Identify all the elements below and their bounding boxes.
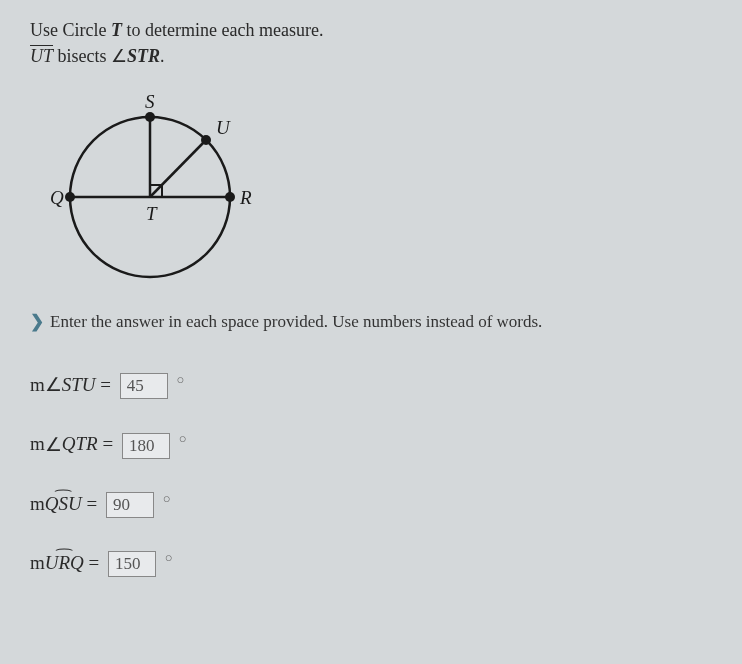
chevron-icon: ❯ xyxy=(30,312,44,331)
answer-label: mQTR xyxy=(30,434,102,455)
angle-vars: STR xyxy=(127,46,160,66)
label-u: U xyxy=(216,117,231,138)
answer-row-stu: mSTU = ○ xyxy=(30,372,712,399)
answer-row-qtr: mQTR = ○ xyxy=(30,431,712,458)
answer-row-urq: mURQ = ○ xyxy=(30,550,712,577)
text: bisects xyxy=(53,46,111,66)
point-q xyxy=(65,192,75,202)
answer-label: mSTU xyxy=(30,374,100,395)
line-tu xyxy=(150,140,206,197)
diagram-svg: S U Q R T xyxy=(40,82,280,292)
point-u xyxy=(201,135,211,145)
text: . xyxy=(160,46,165,66)
angle-vars: STU xyxy=(62,374,96,395)
instruction-line-1: Use Circle T to determine each measure. xyxy=(30,20,712,41)
answer-row-qsu: mQSU = ○ xyxy=(30,491,712,518)
degree-symbol: ○ xyxy=(165,550,173,565)
arc-vars: URQ xyxy=(45,552,84,574)
prompt-line: ❯Enter the answer in each space provided… xyxy=(30,311,712,332)
m-prefix: m xyxy=(30,552,45,573)
text: Use Circle xyxy=(30,20,111,40)
text: to determine each measure. xyxy=(122,20,323,40)
m-prefix: m xyxy=(30,434,45,455)
point-r xyxy=(225,192,235,202)
m-prefix: m xyxy=(30,374,45,395)
label-r: R xyxy=(239,187,252,208)
degree-symbol: ○ xyxy=(179,431,187,446)
instruction-line-2: UT bisects STR. xyxy=(30,45,712,67)
angle-symbol xyxy=(45,434,62,455)
segment-label: UT xyxy=(30,46,53,66)
arc-vars: QSU xyxy=(45,493,82,515)
angle-vars: QTR xyxy=(62,434,98,455)
prompt-text: Enter the answer in each space provided.… xyxy=(50,312,542,331)
answer-label: mQSU xyxy=(30,493,86,514)
answer-label: mURQ xyxy=(30,552,89,573)
answer-input-urq[interactable] xyxy=(108,551,156,577)
circle-var: T xyxy=(111,20,122,40)
angle-symbol xyxy=(45,374,62,395)
label-t: T xyxy=(146,203,158,224)
answer-input-qsu[interactable] xyxy=(106,492,154,518)
angle-symbol xyxy=(111,46,127,66)
label-s: S xyxy=(145,91,155,112)
answer-input-stu[interactable] xyxy=(120,373,168,399)
label-q: Q xyxy=(50,187,64,208)
circle-diagram: S U Q R T xyxy=(40,82,712,296)
degree-symbol: ○ xyxy=(177,372,185,387)
degree-symbol: ○ xyxy=(163,491,171,506)
point-s xyxy=(145,112,155,122)
m-prefix: m xyxy=(30,493,45,514)
answer-input-qtr[interactable] xyxy=(122,433,170,459)
